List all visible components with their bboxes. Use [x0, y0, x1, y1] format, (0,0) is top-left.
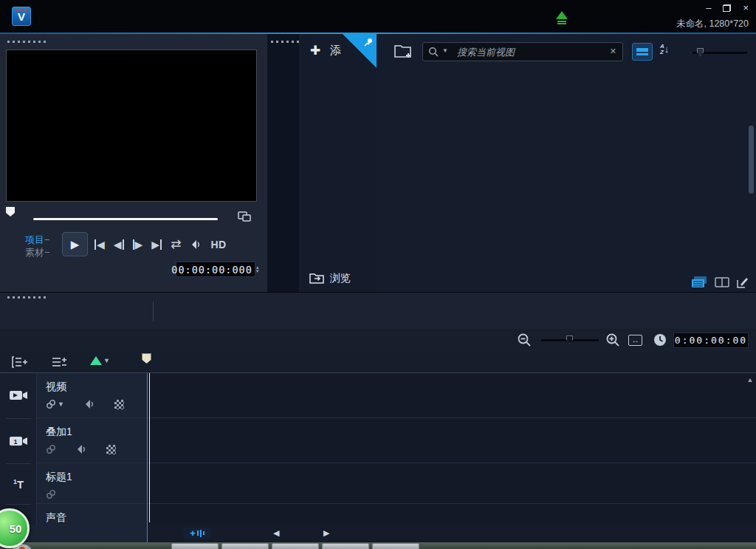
timeline-scrollbar-up[interactable]: ▲ — [746, 376, 755, 383]
go-start-button[interactable]: ◀ — [94, 239, 105, 250]
voice-track-header[interactable]: 声音 — [37, 504, 147, 525]
search-icon[interactable] — [428, 47, 439, 57]
scroll-left-icon[interactable]: ◀ — [273, 528, 279, 538]
overlay-track-icon[interactable]: 1 — [0, 435, 37, 447]
taskbar-button[interactable] — [322, 543, 369, 549]
gallery-scrollbar[interactable] — [749, 126, 754, 194]
video-track-content[interactable] — [147, 373, 756, 417]
voice-track-content[interactable] — [147, 504, 756, 525]
play-button[interactable]: ▶ — [62, 232, 88, 256]
link-toggle-icon[interactable] — [46, 489, 56, 499]
app-logo-icon: V — [12, 7, 31, 26]
preview-panel: 项目− 素材− ▶ ◀ ◀ ▶ ▶ ⇄ HD 00:00:00:000 ▲▼ — [0, 34, 267, 292]
mute-track-icon[interactable] — [75, 444, 87, 454]
track-transparency-icon[interactable] — [106, 445, 116, 454]
thumbnail-size-slider[interactable] — [693, 52, 747, 54]
hd-toggle[interactable]: HD — [210, 239, 226, 250]
go-end-button[interactable]: ▶ — [151, 239, 162, 250]
track-row-overlay: 叠加1 — [37, 418, 756, 463]
header-content-divider — [147, 373, 148, 525]
restore-button[interactable] — [723, 4, 731, 12]
track-list-icon[interactable] — [52, 356, 68, 368]
thumbnail-size-thumb[interactable] — [697, 48, 704, 56]
title-track-content[interactable] — [147, 463, 756, 503]
next-frame-button[interactable]: ▶ — [133, 239, 143, 250]
timeline-bottom-bar: ✚ ◀ ▶ — [0, 525, 756, 542]
timeline-zoom-thumb[interactable] — [566, 335, 573, 344]
transport-controls: ◀ ◀ ▶ ▶ ⇄ HD — [94, 232, 227, 256]
panel-drag-handle[interactable] — [271, 41, 299, 43]
project-title: 未命名, 1280*720 — [676, 18, 749, 30]
duration-clock-icon[interactable] — [653, 333, 667, 347]
list-view-toggle[interactable] — [632, 43, 653, 61]
search-clear-icon[interactable]: ✕ — [610, 47, 616, 56]
browse-button[interactable]: 浏览 — [309, 272, 351, 285]
taskbar-button[interactable] — [372, 543, 419, 549]
repeat-button[interactable]: ⇄ — [171, 236, 181, 252]
clip-mode-toggle[interactable]: 素材− — [25, 246, 50, 259]
timeline-zoom-row: ↔ 0:00:00:00 — [0, 329, 756, 352]
timecode-spinner[interactable]: ▲▼ — [255, 266, 260, 273]
library-nav-strip — [267, 34, 299, 292]
import-folder-icon[interactable] — [394, 44, 413, 59]
timeline-toolbar — [0, 292, 756, 329]
fit-timeline-icon[interactable]: ↔ — [628, 335, 642, 346]
track-manager-icon[interactable] — [12, 356, 28, 368]
search-scope-caret-icon[interactable]: ▼ — [442, 47, 448, 54]
zoom-out-icon[interactable] — [517, 333, 532, 347]
toolbar-divider — [153, 301, 154, 321]
track-row-video: 视频 ▼ — [37, 373, 756, 418]
overlay-track-header[interactable]: 叠加1 — [37, 418, 147, 463]
add-music-track-button[interactable]: ✚ — [183, 528, 211, 539]
track-row-voice: 声音 — [37, 504, 756, 525]
timeline-tracks: 视频 ▼ 叠加1 — [0, 373, 756, 525]
mute-track-icon[interactable] — [83, 399, 95, 409]
timeline-zoom-slider[interactable] — [541, 339, 599, 341]
library-panel-icon[interactable] — [691, 276, 707, 288]
track-transparency-icon[interactable] — [114, 400, 124, 409]
title-track-header[interactable]: 标题1 — [37, 463, 147, 503]
link-toggle-icon[interactable]: ▼ — [46, 399, 64, 409]
minimize-button[interactable]: – — [706, 3, 711, 13]
link-toggle-icon[interactable] — [46, 444, 56, 454]
seek-bar[interactable] — [33, 218, 218, 220]
preview-timecode[interactable]: 00:00:00:000 ▲▼ — [176, 262, 255, 277]
search-input[interactable] — [457, 44, 597, 59]
browse-folder-icon — [309, 273, 324, 284]
ripple-edit-icon[interactable]: ▼ — [90, 356, 110, 365]
prev-frame-button[interactable]: ◀ — [114, 239, 124, 250]
close-button[interactable]: × — [743, 3, 749, 13]
edit-template-icon[interactable] — [737, 276, 749, 288]
videostudio-app: V – × 未命名, 1280*720 项目− 素材− ▶ ◀ ◀ ▶ — [0, 0, 756, 549]
video-track-icon[interactable] — [0, 389, 37, 401]
track-type-strip: 1 1T — [0, 373, 37, 525]
panel-drag-handle[interactable] — [7, 296, 46, 299]
sort-az-button[interactable]: AZ↓ — [660, 44, 669, 55]
timeline-ruler[interactable] — [148, 352, 756, 373]
search-box: ▼ ✕ — [422, 42, 623, 61]
title-track-icon[interactable]: 1T — [0, 478, 37, 491]
taskbar-button[interactable] — [221, 543, 269, 549]
project-mode-toggle[interactable]: 项目− — [25, 233, 50, 246]
template-gallery: ▼ ✕ AZ↓ — [377, 34, 756, 292]
category-panel: ✚ 添 浏览 — [299, 34, 377, 292]
volume-button[interactable] — [190, 239, 202, 250]
taskbar-button[interactable] — [171, 543, 219, 549]
title-bar: V – × 未命名, 1280*720 — [0, 0, 756, 33]
pin-icon[interactable] — [363, 37, 374, 47]
scroll-right-icon[interactable]: ▶ — [323, 528, 329, 538]
video-track-header[interactable]: 视频 ▼ — [37, 373, 147, 417]
dual-display-icon[interactable] — [238, 211, 251, 222]
timeline-timecode[interactable]: 0:00:00:00 — [673, 333, 749, 348]
windows-taskbar — [0, 542, 756, 549]
zoom-in-icon[interactable] — [605, 333, 620, 347]
trim-marker[interactable] — [6, 207, 15, 216]
panel-drag-handle[interactable] — [7, 41, 46, 43]
upgrade-arrow-icon[interactable] — [556, 11, 568, 26]
options-panel-icon[interactable] — [715, 277, 729, 287]
playhead-line[interactable] — [149, 373, 150, 522]
overlay-track-content[interactable] — [147, 418, 756, 463]
taskbar-button[interactable] — [272, 543, 319, 549]
preview-video — [6, 50, 257, 202]
add-category-button[interactable]: ✚ — [310, 43, 320, 58]
